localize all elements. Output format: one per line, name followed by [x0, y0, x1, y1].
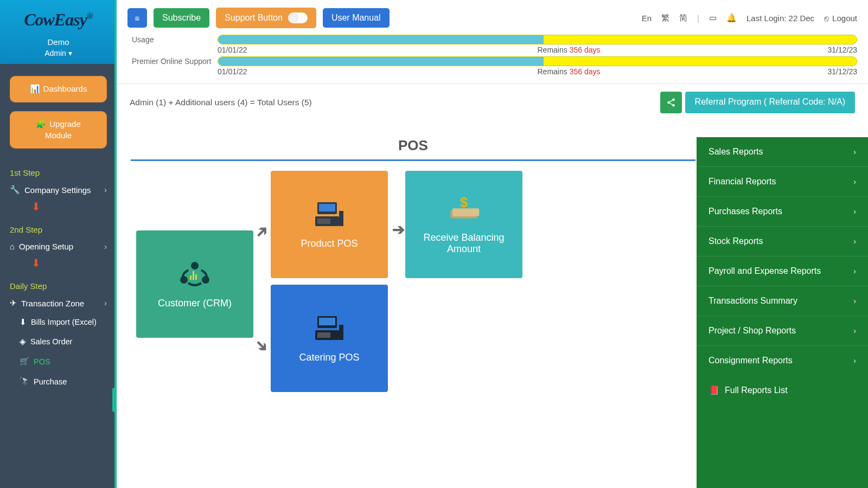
report-item-5[interactable]: Transactions Summary› — [697, 286, 868, 316]
subscribe-button[interactable]: Subscribe — [154, 8, 209, 28]
tile-label: Receive Balancing Amount — [411, 232, 517, 255]
user-summary: Admin (1) + Additional users (4) = Total… — [130, 98, 312, 107]
tile-label: Product POS — [301, 238, 358, 249]
separator: | — [697, 14, 699, 23]
calendar-icon[interactable]: ▭ — [709, 13, 717, 23]
support-button[interactable]: Support Button — [216, 8, 316, 28]
pos-terminal-icon — [312, 314, 347, 344]
share-icon — [666, 98, 676, 107]
logout-link[interactable]: ⎋Logout — [824, 14, 857, 23]
referral-button[interactable]: Referral Program ( Referral Code: N/A) — [685, 92, 855, 113]
pos-divider — [131, 159, 695, 161]
nav-purchase[interactable]: 🔭Purchase — [20, 371, 107, 391]
svg-point-1 — [672, 99, 675, 101]
download-icon: ⬇ — [20, 318, 27, 326]
binoculars-icon: 🔭 — [20, 377, 29, 386]
book-icon: 📕 — [709, 385, 719, 395]
arrow-icon: ➔ — [251, 335, 273, 357]
tenant-name: Demo — [4, 37, 112, 47]
nav-pos[interactable]: 🛒POS — [20, 351, 107, 371]
report-item-7[interactable]: Consignment Reports› — [697, 346, 868, 375]
svg-rect-10 — [319, 204, 335, 211]
support-remains: Remains 356 days — [538, 67, 828, 76]
support-toggle[interactable] — [288, 12, 308, 23]
report-item-0[interactable]: Sales Reports› — [697, 137, 868, 167]
report-item-1[interactable]: Financial Reports› — [697, 167, 868, 197]
main: ≡ Subscribe Support Button User Manual E… — [117, 0, 868, 488]
usage-bars: Usage 01/01/22 Remains 356 days 31/12/23… — [117, 33, 868, 80]
tile-customer-crm[interactable]: Customer (CRM) — [136, 230, 253, 338]
arrow-down-icon: ⬇ — [10, 199, 107, 214]
support-label: Support Button — [225, 13, 283, 23]
chevron-right-icon: › — [853, 147, 856, 156]
chevron-right-icon: › — [104, 242, 107, 251]
svg-rect-8 — [190, 275, 192, 280]
arrow-down-icon: ⬇ — [10, 255, 107, 271]
lang-trad[interactable]: 繁 — [661, 13, 669, 23]
role-dropdown[interactable]: Admin▾ — [44, 49, 72, 57]
pos-grid: Customer (CRM) Product POS Catering POS — [130, 171, 697, 420]
share-button[interactable] — [660, 92, 682, 113]
sidebar-buttons: 📊Dashboards 🧩Upgrade Module — [0, 64, 117, 154]
topbar-right: En 繁 简 | ▭ 🔔 Last Login: 22 Dec ⎋Logout — [642, 13, 857, 23]
chevron-right-icon: › — [853, 356, 856, 365]
upgrade-label-2: Module — [45, 131, 72, 141]
wrench-icon: 🔧 — [10, 185, 20, 195]
hamburger-icon: ≡ — [135, 14, 140, 23]
report-item-6[interactable]: Project / Shop Reports› — [697, 316, 868, 346]
usage-remains: Remains 356 days — [538, 46, 828, 54]
svg-point-0 — [667, 101, 670, 104]
puzzle-icon: 🧩 — [36, 119, 46, 130]
sidebar: CowEasy® Demo Admin▾ 📊Dashboards 🧩Upgrad… — [0, 0, 117, 488]
menu-toggle-button[interactable]: ≡ — [127, 8, 147, 28]
nav-bills-import[interactable]: ⬇Bills Import (Excel) — [20, 312, 107, 332]
support-bar — [218, 56, 857, 66]
usage-start-date: 01/01/22 — [218, 46, 538, 54]
support-label: Premier Online Support — [132, 57, 213, 66]
lang-simp[interactable]: 简 — [679, 13, 687, 23]
svg-rect-13 — [339, 211, 343, 226]
chevron-right-icon: › — [853, 326, 856, 335]
dashboards-button[interactable]: 📊Dashboards — [10, 76, 107, 102]
cart-icon: 🛒 — [20, 357, 29, 366]
tile-catering-pos[interactable]: Catering POS — [271, 285, 388, 392]
dashboards-label: Dashboards — [43, 84, 87, 94]
tile-receive-balancing[interactable]: $ Receive Balancing Amount — [405, 171, 522, 278]
upgrade-module-button[interactable]: 🧩Upgrade Module — [10, 111, 107, 149]
last-login: Last Login: 22 Dec — [746, 14, 814, 23]
reports-panel: Sales Reports›Financial Reports›Purchase… — [697, 137, 868, 488]
bell-icon[interactable]: 🔔 — [726, 13, 737, 23]
arrow-icon: ➔ — [392, 221, 405, 239]
chevron-right-icon: › — [853, 237, 856, 246]
svg-rect-17 — [317, 332, 330, 338]
step1-label: 1st Step — [10, 168, 107, 177]
money-icon: $ — [446, 194, 481, 224]
nav-opening-setup[interactable]: ⌂Opening Setup › — [10, 237, 107, 255]
tile-label: Customer (CRM) — [158, 298, 232, 309]
tile-product-pos[interactable]: Product POS — [271, 171, 388, 278]
user-summary-row: Admin (1) + Additional users (4) = Total… — [117, 84, 868, 121]
svg-rect-18 — [339, 325, 343, 340]
lang-en[interactable]: En — [642, 14, 652, 23]
diamond-icon: ◈ — [20, 337, 26, 346]
sidebar-accent-bar — [114, 0, 117, 488]
logout-icon: ⎋ — [824, 14, 829, 23]
nav-company-settings[interactable]: 🔧Company Settings › — [10, 181, 107, 199]
report-full-list[interactable]: 📕Full Reports List — [697, 375, 868, 405]
report-item-2[interactable]: Purchases Reports› — [697, 197, 868, 227]
step2-label: 2nd Step — [10, 225, 107, 234]
svg-point-3 — [191, 262, 199, 269]
nav-transaction-zone[interactable]: ✈Transaction Zone › — [10, 294, 107, 312]
box-icon: ⌂ — [10, 242, 15, 251]
report-item-3[interactable]: Stock Reports› — [697, 227, 868, 256]
upgrade-label-1: Upgrade — [49, 119, 81, 130]
topbar: ≡ Subscribe Support Button User Manual E… — [117, 0, 868, 33]
logo: CowEasy® — [4, 10, 112, 30]
chevron-right-icon: › — [853, 207, 856, 216]
chevron-right-icon: › — [853, 177, 856, 186]
report-item-4[interactable]: Payroll and Expense Reports› — [697, 256, 868, 286]
user-manual-button[interactable]: User Manual — [323, 8, 390, 28]
nav-sales-order[interactable]: ◈Sales Order — [20, 332, 107, 351]
caret-down-icon: ▾ — [68, 49, 72, 57]
tile-label: Catering POS — [299, 352, 359, 363]
